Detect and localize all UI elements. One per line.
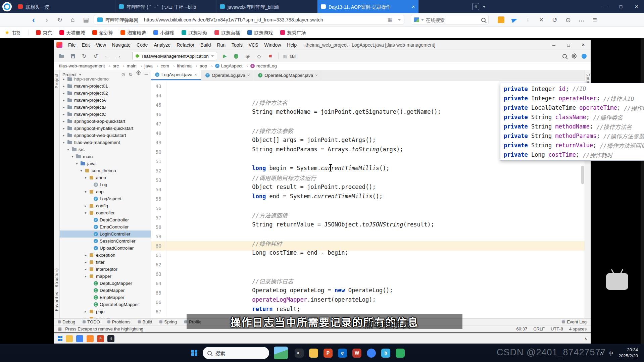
tool-window-switcher-icon[interactable] [58,326,62,331]
tail-button[interactable]: Tail [283,53,296,59]
menu-item[interactable]: Build [197,40,214,50]
breadcrumb-item[interactable]: main [127,63,145,68]
recorded-taskbar-app-icon[interactable] [66,335,73,342]
tree-expand-arrow[interactable] [84,260,88,264]
tree-expand-arrow[interactable] [84,317,88,318]
breadcrumb-item[interactable]: LogAspect [215,63,250,68]
tool-button-structure[interactable]: Structure [54,268,59,288]
ide-maximize-button[interactable] [561,40,576,50]
tree-expand-arrow[interactable] [62,98,66,102]
tree-expand-arrow[interactable] [62,84,66,88]
start-button-icon[interactable] [191,350,194,353]
recorded-taskbar-app-icon[interactable] [87,335,94,342]
menu-item[interactable]: Edit [79,40,93,50]
project-tree-item[interactable]: SessionController [60,238,151,245]
tree-expand-arrow[interactable] [62,91,66,95]
window-minimize-button[interactable] [598,0,613,13]
profiler-button[interactable] [255,53,263,59]
tree-expand-arrow[interactable] [62,134,66,137]
project-tree-item[interactable]: src [60,146,151,153]
search-engine-dropdown-icon[interactable] [421,19,424,21]
scrollbar-thumb[interactable] [581,166,584,184]
status-item[interactable]: CRLF [533,326,545,331]
browser-tab[interactable]: 联想头一波 [14,0,115,13]
taskbar-app-icon[interactable]: P [324,349,333,358]
breadcrumb-item[interactable]: aop [200,63,215,68]
tool-window-tab[interactable]: Build [138,319,152,324]
start-button-icon[interactable] [58,336,60,338]
weather-widget[interactable] [274,347,288,359]
taskbar-clock[interactable]: 20:34 2025/2/20 [618,347,638,359]
project-tree-item[interactable]: Log [60,181,151,188]
project-tree-item[interactable]: maven-project01 [60,83,151,90]
back-button[interactable] [28,15,39,25]
search-everywhere-icon[interactable] [562,54,567,58]
project-tree-item[interactable]: http-server-demo [60,75,151,83]
project-tree-item[interactable]: maven-project02 [60,90,151,97]
tree-expand-arrow[interactable] [70,155,75,158]
navigate-back-icon[interactable] [103,53,111,59]
bookmarks-manager[interactable]: 书签 [5,29,21,36]
close-tab-icon[interactable] [247,73,250,78]
menu-item[interactable]: Refactor [174,40,197,50]
tray-expand-icon[interactable] [600,350,603,356]
project-tree-item[interactable]: DeptController [60,216,151,223]
tab-count-badge[interactable]: 4 [472,3,479,10]
sync-icon[interactable] [81,53,88,59]
project-tree-item[interactable]: DeptLogMapper [60,280,151,287]
project-tree-item[interactable]: service [60,315,151,318]
address-bar[interactable]: 哔哩哔哩弹幕网 https://www.bilibili.com/video/B… [94,15,404,25]
home-button[interactable] [67,15,78,25]
menu-item[interactable]: Navigate [109,40,134,50]
bookmark-item[interactable]: 天猫商城 [59,29,85,36]
project-tree-item[interactable]: config [60,202,151,209]
tree-expand-arrow[interactable] [79,169,83,172]
project-tree-item[interactable]: springboot-mybatis-quickstart [60,125,151,132]
event-log-button[interactable]: Event Log [562,319,587,324]
taskbar-app-icon[interactable] [309,349,318,358]
tree-expand-arrow[interactable] [84,274,88,278]
clip-button[interactable] [537,15,546,24]
taskbar-search-box[interactable]: 搜索 [203,347,269,359]
menu-item[interactable]: Help [284,40,300,50]
tool-window-tab[interactable]: Problems [107,319,131,324]
tool-window-tab[interactable]: Spring [159,319,177,324]
taskbar-app-icon[interactable]: e [338,349,347,358]
menu-item[interactable]: Run [214,40,229,50]
search-box[interactable]: 在线搜索 [411,15,489,25]
editor-tab[interactable]: OperateLogMapper.java [254,70,322,80]
tree-expand-arrow[interactable] [66,148,70,151]
menu-item[interactable]: File [65,40,79,50]
bookmark-item[interactable]: 淘宝精选 [120,29,146,36]
project-tree-item[interactable]: tlias-web-management [60,139,151,146]
browser-tab[interactable]: Day13-11. AOP案例-记录操作 [317,0,418,13]
close-tab-icon[interactable] [194,72,197,77]
project-tree-item[interactable]: maven-projectC [60,111,151,118]
breadcrumb-item[interactable]: tlias-web-management [59,63,113,68]
reload-button[interactable] [54,15,65,25]
tree-expand-arrow[interactable] [62,112,66,116]
project-tree-item[interactable]: com.itheima [60,167,151,174]
bookmark-item[interactable]: 联想视频 [182,29,207,36]
taskbar-app-icon[interactable] [367,349,376,358]
share-button[interactable] [510,15,519,24]
tree-expand-arrow[interactable] [84,211,88,215]
menu-item[interactable]: Window [261,40,284,50]
project-tree-item[interactable]: mapper [60,273,151,280]
breadcrumb-item[interactable]: com [161,63,177,68]
project-tree-item[interactable]: springboot-web-quickstart [60,132,151,139]
tree-expand-arrow[interactable] [84,176,88,179]
save-icon[interactable] [69,54,77,58]
menu-item[interactable]: View [93,40,109,50]
recorded-taskbar-app-icon[interactable]: IJ [107,335,114,342]
project-tree-item[interactable]: LogAspect [60,195,151,202]
tree-expand-arrow[interactable] [84,310,88,313]
editor-tab[interactable]: LogAspect.java [151,70,201,80]
project-tree-item[interactable]: maven-projectB [60,104,151,111]
tool-button-project[interactable]: Project [54,73,59,88]
tab-close-icon[interactable] [412,4,415,9]
project-tree-item[interactable]: EmpController [60,223,151,230]
ide-plugin-icon[interactable] [582,54,587,59]
project-tree-item[interactable]: LoginController [60,230,151,238]
project-tree-item[interactable]: anno [60,174,151,181]
